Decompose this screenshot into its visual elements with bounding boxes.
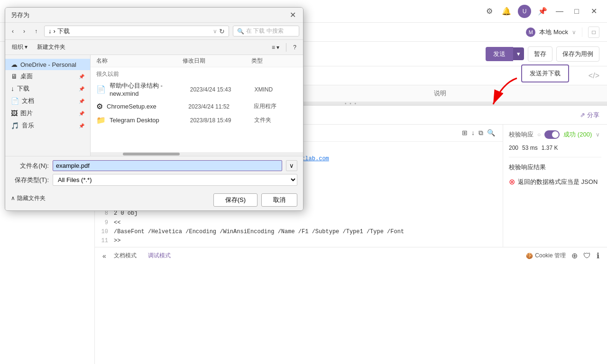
bottom-icon-3[interactable]: ℹ	[597, 251, 599, 260]
collapse-icon[interactable]: </>	[589, 72, 599, 80]
error-icon: ⊗	[509, 177, 515, 186]
save-file-button[interactable]: 保存(S)	[213, 193, 258, 207]
pin-icon-5: 📌	[79, 123, 84, 128]
desktop-label: 桌面	[20, 72, 33, 81]
window-close-icon[interactable]: ✕	[588, 6, 599, 17]
divider	[582, 27, 582, 37]
search-code-icon[interactable]: 🔍	[487, 129, 495, 137]
dialog-close-button[interactable]: ✕	[288, 10, 297, 20]
sidebar-item-documents[interactable]: 📄 文档 📌	[5, 95, 90, 107]
cancel-button[interactable]: 取消	[261, 193, 297, 207]
line-text-11: >>	[114, 237, 120, 246]
pin-icon-3: 📌	[79, 99, 84, 104]
cookie-manager-btn[interactable]: 🍪 Cookie 管理	[526, 252, 566, 260]
filetype-label: 保存类型(T):	[11, 176, 49, 184]
filetype-select[interactable]: All Files (*.*)	[53, 174, 297, 186]
share-button[interactable]: ⇗ 分享	[580, 111, 599, 119]
download-icon[interactable]: ↓	[471, 129, 475, 137]
validation-toggle-row: 校验响应 ○ 成功 (200) ∨	[509, 130, 601, 139]
response-stats: 200 53 ms 1.37 K	[509, 145, 601, 151]
save-example-button[interactable]: 保存为用例	[556, 46, 599, 62]
dialog-footer: 文件名(N): ∨ 保存类型(T): All Files (*.*) ∧ 隐藏文…	[5, 156, 303, 210]
validation-toggle[interactable]	[544, 130, 560, 139]
organize-button[interactable]: 组织 ▾	[9, 42, 30, 52]
dialog-main: 名称 修改日期 类型 很久以前 📄 帮助中心目录结构 - new.xmind 2…	[91, 55, 303, 156]
validation-status: 成功 (200)	[563, 130, 592, 139]
window-max-icon[interactable]: □	[571, 6, 582, 17]
path-dropdown-icon[interactable]: ∨	[213, 28, 217, 35]
line-num-9: 9	[95, 218, 114, 228]
file-type-chrome: 应用程序	[254, 102, 297, 110]
filename-label: 文件名(N):	[11, 162, 49, 170]
filename-input[interactable]	[53, 160, 282, 171]
path-refresh-button[interactable]: ↻	[219, 27, 225, 35]
file-name-chrome: ChromeSetup.exe	[107, 103, 188, 110]
pin-icon[interactable]: 📌	[537, 6, 548, 17]
file-header-type[interactable]: 类型	[251, 57, 297, 65]
file-header-name[interactable]: 名称	[96, 57, 183, 65]
file-name-xmind: 帮助中心目录结构 - new.xmind	[110, 82, 190, 97]
path-bar[interactable]: ↓ › 下载 ∨ ↻	[44, 26, 229, 37]
desktop-icon: 🖥	[11, 73, 18, 80]
bell-icon[interactable]: 🔔	[501, 6, 512, 17]
debug-mode-btn[interactable]: 调试模式	[144, 250, 175, 262]
file-item-xmind[interactable]: 📄 帮助中心目录结构 - new.xmind 2023/4/24 15:43 X…	[91, 79, 303, 100]
send-and-download-popup[interactable]: 发送并下载	[521, 64, 569, 82]
avatar[interactable]: U	[518, 5, 531, 18]
folder-file-icon: 📁	[96, 116, 106, 125]
download-label: 下载	[17, 84, 29, 93]
new-folder-button[interactable]: 新建文件夹	[34, 42, 68, 52]
bottom-icon-1[interactable]: ⊕	[571, 251, 578, 260]
help-button[interactable]: ?	[290, 43, 299, 52]
filename-dropdown-btn[interactable]: ∨	[286, 160, 297, 171]
top-bar-icons: ⚙ 🔔 U 📌 — □ ✕	[484, 5, 599, 18]
expand-icon[interactable]: ⊞	[462, 129, 468, 137]
search-placeholder: 在 下载 中搜索	[246, 27, 284, 35]
panel-toggle[interactable]: □	[588, 27, 599, 38]
save-button[interactable]: 暂存	[528, 46, 552, 62]
filename-row: 文件名(N): ∨	[11, 160, 297, 171]
horizontal-scrollbar[interactable]	[91, 152, 303, 156]
sep	[286, 43, 286, 52]
view-button[interactable]: ≡ ▾	[269, 43, 282, 52]
sidebar-item-onedrive[interactable]: ☁ OneDrive - Personal	[5, 59, 90, 70]
sidebar-item-download[interactable]: ↓ 下载 📌	[5, 82, 90, 95]
sidebar-item-desktop[interactable]: 🖥 桌面 📌	[5, 70, 90, 82]
copy-icon[interactable]: ⧉	[478, 129, 483, 137]
line-num-11: 11	[95, 237, 114, 246]
save-as-dialog: 另存为 ✕ ‹ › ↑ ↓ › 下载 ∨ ↻ 🔍 在 下载 中搜索 组织 ▾ 新…	[5, 7, 304, 211]
sidebar-item-pictures[interactable]: 🖼 图片 📌	[5, 107, 90, 119]
footer-actions-row: ∧ 隐藏文件夹 保存(S) 取消	[11, 190, 297, 207]
settings-icon[interactable]: ⚙	[484, 6, 495, 17]
file-name-telegram: Telegram Desktop	[110, 117, 190, 124]
path-download-icon: ↓	[48, 27, 52, 35]
bottom-icon-2[interactable]: 🛡	[583, 252, 591, 260]
action-toolbar: 组织 ▾ 新建文件夹 ≡ ▾ ?	[5, 40, 303, 55]
doc-mode-btn[interactable]: 文档模式	[110, 250, 140, 262]
bottom-toolbar: « 文档模式 调试模式 🍪 Cookie 管理 ⊕ 🛡 ℹ	[95, 247, 607, 264]
send-button[interactable]: 发送	[486, 47, 513, 61]
nav-prev-btn[interactable]: «	[102, 252, 106, 260]
file-item-telegram[interactable]: 📁 Telegram Desktop 2023/8/18 15:49 文件夹	[91, 113, 303, 127]
validation-info-icon: ○	[537, 131, 541, 138]
sidebar-item-music[interactable]: 🎵 音乐 📌	[5, 119, 90, 132]
validation-expand-icon[interactable]: ∨	[596, 131, 600, 138]
nav-forward-button[interactable]: ›	[20, 27, 28, 36]
mock-dropdown-icon[interactable]: ∨	[572, 29, 576, 36]
search-box[interactable]: 🔍 在 下载 中搜索	[233, 26, 299, 36]
nav-up-button[interactable]: ↑	[32, 27, 40, 36]
code-line-9: 9 <<	[95, 218, 503, 228]
hide-folders-toggle[interactable]: ∧ 隐藏文件夹	[11, 194, 46, 202]
window-min-icon[interactable]: —	[554, 6, 565, 17]
nav-back-button[interactable]: ‹	[9, 27, 17, 36]
status-code: 200	[509, 145, 518, 151]
file-item-chrome[interactable]: ⚙ ChromeSetup.exe 2023/4/24 11:52 应用程序	[91, 100, 303, 113]
download-folder-icon: ↓	[11, 85, 14, 92]
bottom-right-tools: 🍪 Cookie 管理 ⊕ 🛡 ℹ	[526, 251, 599, 260]
file-date-chrome: 2023/4/24 11:52	[188, 103, 254, 110]
file-group-label: 很久以前	[91, 67, 303, 79]
send-dropdown-button[interactable]: ▾	[513, 47, 524, 60]
scrollbar-thumb[interactable]	[123, 153, 180, 155]
file-header-date[interactable]: 修改日期	[183, 57, 251, 65]
validation-label: 校验响应	[509, 130, 533, 139]
